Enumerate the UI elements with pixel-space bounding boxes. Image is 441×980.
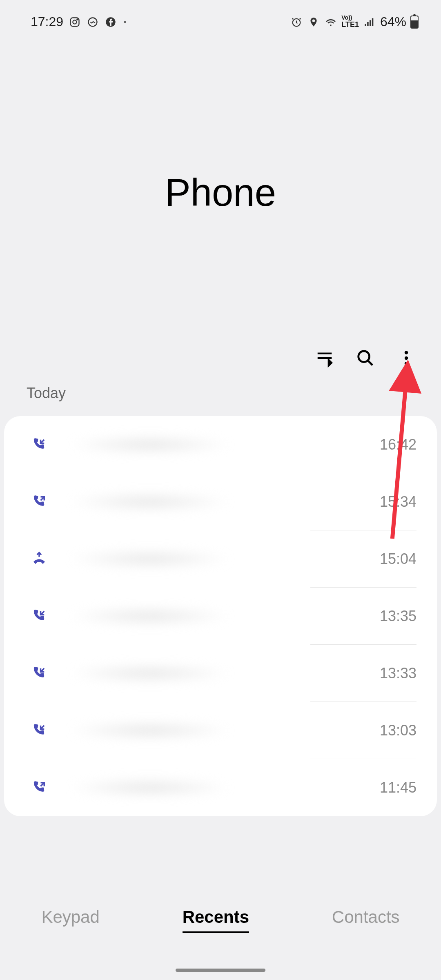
nav-keypad[interactable]: Keypad (41, 903, 99, 931)
app-header: Phone (0, 38, 441, 348)
caller-name-redacted (68, 606, 232, 626)
facebook-icon (104, 16, 117, 29)
home-indicator[interactable] (176, 969, 265, 972)
toolbar (0, 348, 441, 385)
status-bar-right: Vo)) LTE1 64% (290, 14, 419, 29)
location-icon (307, 16, 320, 29)
svg-rect-6 (365, 24, 366, 26)
svg-rect-9 (372, 18, 374, 26)
svg-line-14 (368, 361, 373, 365)
call-row[interactable]: 13:03 (4, 702, 437, 759)
call-row[interactable]: 13:35 (4, 588, 437, 645)
missed-call-icon (31, 550, 48, 568)
battery-icon (410, 16, 419, 29)
incoming-call-icon (31, 722, 48, 739)
call-time: 13:03 (380, 722, 416, 739)
incoming-call-icon (31, 665, 48, 682)
section-today-label: Today (0, 385, 441, 416)
call-time: 15:04 (380, 550, 416, 568)
more-options-button[interactable] (396, 348, 416, 368)
caller-name-redacted (68, 492, 232, 512)
svg-point-17 (405, 362, 408, 365)
caller-name-redacted (68, 720, 232, 741)
filter-button[interactable] (314, 348, 335, 368)
call-time: 13:33 (380, 665, 416, 682)
caller-name-redacted (68, 549, 232, 569)
wifi-icon (324, 16, 337, 29)
more-notifications-dot (124, 21, 126, 23)
alarm-icon (290, 16, 303, 29)
incoming-call-icon (31, 608, 48, 625)
call-row[interactable]: 15:04 (4, 530, 437, 588)
battery-percentage: 64% (380, 14, 406, 29)
call-time: 11:45 (380, 779, 416, 796)
incoming-call-icon (31, 436, 48, 453)
nav-contacts[interactable]: Contacts (332, 903, 400, 931)
svg-point-15 (405, 351, 408, 354)
status-bar-left: 17:29 (31, 14, 126, 29)
caller-name-redacted (68, 663, 232, 684)
status-bar: 17:29 (0, 0, 441, 38)
call-row[interactable]: 11:45 (4, 759, 437, 816)
svg-point-16 (405, 356, 408, 360)
outgoing-call-icon (31, 493, 48, 510)
instagram-icon (68, 16, 81, 29)
page-title: Phone (165, 171, 276, 215)
svg-point-1 (73, 20, 76, 24)
svg-marker-12 (329, 360, 332, 366)
bottom-navigation: Keypad Recents Contacts (0, 889, 441, 945)
svg-rect-7 (367, 22, 369, 26)
call-row[interactable]: 13:33 (4, 645, 437, 702)
signal-icon (363, 16, 376, 29)
outgoing-call-icon (31, 779, 48, 796)
nav-recents[interactable]: Recents (183, 903, 249, 931)
svg-point-2 (77, 19, 78, 20)
call-list: 16:42 15:34 15:04 13 (4, 416, 437, 816)
messenger-icon (86, 16, 99, 29)
call-time: 16:42 (380, 436, 416, 453)
call-time: 15:34 (380, 493, 416, 510)
call-time: 13:35 (380, 608, 416, 625)
svg-rect-8 (370, 20, 371, 26)
search-button[interactable] (355, 348, 376, 368)
status-time: 17:29 (31, 14, 63, 29)
lte-label: Vo)) LTE1 (341, 15, 359, 29)
caller-name-redacted (68, 434, 232, 455)
call-row[interactable]: 15:34 (4, 473, 437, 530)
caller-name-redacted (68, 777, 232, 798)
svg-point-13 (359, 351, 370, 362)
call-row[interactable]: 16:42 (4, 416, 437, 473)
